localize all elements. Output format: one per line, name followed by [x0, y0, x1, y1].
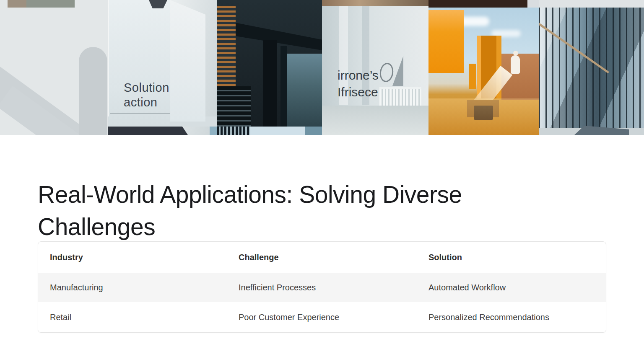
solution-box-label: Solution action [124, 80, 169, 110]
interior-sign-line1: irrone’s [338, 67, 379, 84]
solution-box-label-line1: Solution [124, 80, 169, 95]
hero-white-railing [379, 87, 421, 108]
hero-pillar [263, 40, 277, 130]
hero-pillar [280, 46, 287, 128]
column-header-challenge: Challenge [227, 253, 417, 262]
slide-page: { "page": { "title": "Real-World Applica… [0, 0, 644, 362]
hero-panel-interior-sign: irrone’s Ifrisece [322, 0, 428, 135]
hero-wood-louvers [217, 6, 236, 86]
hero-stairs [217, 86, 251, 127]
hero-moss-block [26, 0, 75, 8]
table-cell-solution: Personalized Recommendations [417, 313, 606, 322]
hero-light-strip [250, 127, 305, 135]
applications-table: Industry Challenge Solution Manufacturin… [38, 241, 606, 333]
hero-panel-solution-box: Solution action [108, 0, 217, 135]
hero-floor [322, 106, 428, 135]
hero-slat-strip [217, 127, 250, 135]
table-header-row: Industry Challenge Solution [38, 242, 606, 273]
hero-orange-slab [428, 10, 464, 73]
hero-person-figure [511, 55, 520, 74]
hero-panel-abstract-forms [0, 0, 108, 135]
table-cell-challenge: Inefficient Processes [227, 283, 417, 292]
hero-dark-brown-bar [428, 0, 527, 8]
hero-gray-wedge [392, 56, 403, 86]
hero-rounded-column [79, 47, 107, 135]
hero-teal-block [305, 127, 322, 135]
hero-white-box-side [170, 0, 205, 122]
table-row: Manufacturing Inefficient Processes Auto… [38, 273, 606, 302]
hero-blue-block [210, 127, 217, 135]
page-title: Real-World Applications: Solving Diverse… [38, 178, 562, 243]
hero-tan-block [8, 0, 26, 8]
hero-panel-dark-architecture [217, 0, 322, 135]
hero-sculpture [379, 62, 395, 83]
column-header-industry: Industry [38, 253, 227, 262]
table-row: Retail Poor Customer Experience Personal… [38, 302, 606, 332]
column-header-solution: Solution [417, 253, 606, 262]
hero-collage: Solution action irrone’s Ifrisece [0, 0, 644, 135]
table-cell-solution: Automated Workflow [417, 283, 606, 292]
hero-wood-strip [322, 0, 428, 6]
hero-thin-line [110, 113, 170, 114]
table-cell-challenge: Poor Customer Experience [227, 313, 417, 322]
table-cell-industry: Retail [38, 313, 227, 322]
hero-floor-gloss [428, 98, 539, 135]
hero-orange-slab [469, 64, 476, 89]
hero-panel-glass-facade [539, 0, 644, 135]
hero-window-view [287, 54, 322, 127]
hero-person-head [513, 51, 518, 56]
hero-dark-trapezoid [108, 127, 188, 135]
solution-box-label-line2: action [124, 95, 169, 110]
hero-panel-orange-plaza [428, 0, 539, 135]
interior-sign-label: irrone’s Ifrisece [338, 67, 379, 101]
hero-glass-mullions [539, 8, 644, 128]
interior-sign-line2: Ifrisece [338, 84, 379, 101]
hero-light-bar [527, 0, 539, 8]
table-cell-industry: Manufacturing [38, 283, 227, 292]
